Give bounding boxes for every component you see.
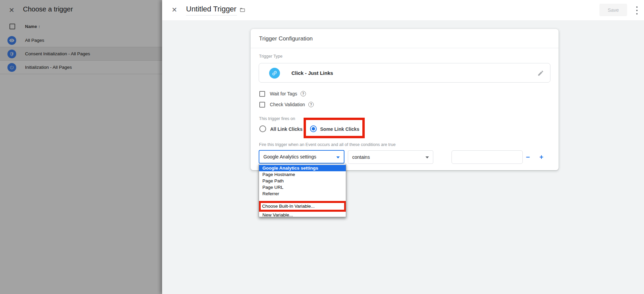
red-annotation-box: Choose Built-In Variable... — [259, 201, 346, 212]
radio-label[interactable]: All Link Clicks — [270, 126, 303, 132]
menu-separator — [259, 197, 346, 201]
dim-overlay — [0, 0, 162, 294]
all-link-clicks-radio[interactable] — [259, 125, 266, 132]
variable-select-value: Google Analytics settings — [263, 154, 316, 159]
card-title: Trigger Configuration — [259, 35, 313, 42]
remove-condition-button[interactable]: − — [521, 150, 534, 164]
some-link-clicks-radio[interactable] — [310, 125, 317, 132]
menu-item[interactable]: Page Path — [259, 178, 346, 184]
operator-select-value: contains — [352, 154, 370, 160]
close-icon[interactable]: ✕ — [172, 6, 177, 14]
wait-for-tags-checkbox[interactable] — [259, 91, 265, 97]
trigger-editor-panel: ✕ Untitled Trigger Save Trigger Configur… — [162, 0, 644, 294]
wait-for-tags-row[interactable]: Wait for Tags ? — [259, 90, 306, 97]
variable-dropdown-menu: Google Analytics settings Page Hostname … — [259, 164, 346, 217]
chevron-down-icon — [336, 156, 340, 158]
menu-item[interactable]: Page URL — [259, 184, 346, 190]
chevron-down-icon — [426, 156, 429, 158]
trigger-type-label: Trigger Type — [259, 54, 282, 59]
trigger-name-input[interactable]: Untitled Trigger — [186, 5, 237, 16]
choose-built-in-variable-item[interactable]: Choose Built-In Variable... — [261, 203, 344, 210]
editor-top-bar: ✕ Untitled Trigger Save — [162, 0, 644, 20]
link-icon — [269, 68, 280, 79]
new-variable-item[interactable]: New Variable... — [259, 212, 346, 217]
folder-icon[interactable] — [239, 7, 246, 14]
condition-value-input[interactable] — [452, 150, 523, 164]
trigger-type-box[interactable]: Click - Just Links — [259, 63, 550, 83]
save-button[interactable]: Save — [599, 4, 627, 16]
help-icon[interactable]: ? — [301, 91, 306, 96]
add-condition-button[interactable]: + — [535, 150, 548, 164]
trigger-type-value: Click - Just Links — [291, 70, 333, 76]
edit-pencil-icon[interactable] — [537, 70, 544, 78]
checkbox-label: Wait for Tags — [270, 91, 297, 96]
fires-on-label: This trigger fires on — [259, 116, 295, 121]
menu-item[interactable]: Google Analytics settings — [259, 165, 346, 171]
trigger-configuration-card: Trigger Configuration Trigger Type Click… — [251, 29, 559, 170]
checkbox-label: Check Validation — [270, 102, 305, 107]
variable-select[interactable]: Google Analytics settings — [259, 150, 344, 164]
choose-trigger-panel: ✕ Choose a trigger Name ↑ All Pages Cons… — [0, 0, 162, 294]
menu-item[interactable]: Referrer — [259, 190, 346, 197]
card-header: Trigger Configuration — [251, 29, 559, 48]
help-icon[interactable]: ? — [308, 102, 314, 107]
check-validation-checkbox[interactable] — [259, 102, 265, 108]
operator-select[interactable]: contains — [348, 150, 433, 164]
conditions-label: Fire this trigger when an Event occurs a… — [259, 142, 395, 147]
more-options-icon[interactable] — [634, 6, 640, 15]
menu-item[interactable]: Page Hostname — [259, 171, 346, 178]
check-validation-row[interactable]: Check Validation ? — [259, 101, 314, 108]
radio-label[interactable]: Some Link Clicks — [320, 126, 359, 132]
